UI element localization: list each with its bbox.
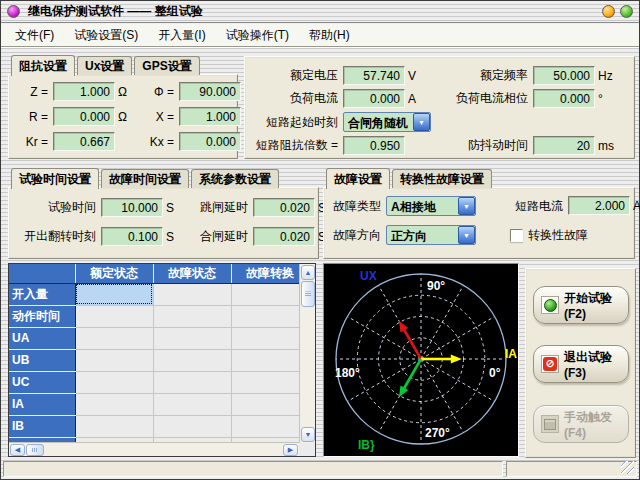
menu-item-binary-input[interactable]: 开入量(I)	[148, 25, 215, 46]
row-label-UA[interactable]: UA	[9, 327, 75, 349]
convertible-fault-checkbox[interactable]	[510, 229, 523, 242]
scroll-left-icon[interactable]: ◀	[10, 444, 25, 456]
tab-fault-settings[interactable]: 故障设置	[326, 168, 390, 189]
table-cell[interactable]	[231, 371, 299, 393]
horizontal-scroll-thumb[interactable]	[26, 444, 44, 456]
table-cell[interactable]	[75, 349, 153, 371]
r-label: R =	[17, 110, 53, 124]
chevron-down-icon[interactable]: ▼	[458, 197, 475, 215]
z-field[interactable]: 1.000	[53, 82, 115, 101]
anti-jitter-field[interactable]: 20	[533, 136, 595, 155]
table-cell[interactable]	[231, 393, 299, 415]
table-cell[interactable]	[153, 415, 231, 437]
short-circuit-start-dropdown[interactable]: 合闸角随机 ▼	[343, 112, 431, 132]
menu-item-file[interactable]: 文件(F)	[5, 25, 64, 46]
menu-item-test-settings[interactable]: 试验设置(S)	[64, 25, 148, 46]
table-row: IB	[9, 415, 299, 437]
load-current-unit: A	[405, 92, 435, 106]
impedance-panel: 阻抗设置 Ux设置 GPS设置 Z = 1.000 Ω Φ = 90.000 °…	[8, 54, 238, 159]
table-cell[interactable]	[231, 349, 299, 371]
menu-item-test-operation[interactable]: 试验操作(T)	[216, 25, 299, 46]
r-field[interactable]: 0.000	[53, 107, 115, 126]
short-circuit-current-field[interactable]: 2.000	[568, 196, 630, 215]
resize-grip[interactable]	[621, 461, 634, 474]
kx-field[interactable]: 0.000	[179, 132, 241, 151]
table-cell[interactable]	[153, 371, 231, 393]
fault-type-dropdown[interactable]: A相接地 ▼	[386, 196, 476, 216]
tab-ux-settings[interactable]: Ux设置	[77, 56, 132, 75]
test-time-label: 试验时间	[13, 199, 101, 216]
menu-item-help[interactable]: 帮助(H)	[299, 25, 360, 46]
vertical-scroll-thumb[interactable]	[301, 281, 315, 307]
rated-voltage-field[interactable]: 57.740	[343, 66, 405, 85]
tab-convertible-fault-settings[interactable]: 转换性故障设置	[392, 169, 492, 188]
output-flip-field[interactable]: 0.100	[101, 227, 163, 246]
table-cell[interactable]	[153, 283, 231, 305]
chevron-down-icon[interactable]: ▼	[458, 226, 475, 244]
load-current-phase-field[interactable]: 0.000	[533, 89, 595, 108]
close-delay-field[interactable]: 0.020	[253, 227, 315, 246]
table-cell[interactable]	[75, 415, 153, 437]
close-button[interactable]	[620, 5, 633, 18]
table-header-row: 额定状态 故障状态 故障转换	[9, 264, 299, 283]
tab-gps-settings[interactable]: GPS设置	[134, 56, 199, 75]
kr-field[interactable]: 0.667	[53, 132, 115, 151]
row-label-IA[interactable]: IA	[9, 393, 75, 415]
column-header-fault-transfer[interactable]: 故障转换	[231, 264, 299, 283]
fault-content: 故障类型 A相接地 ▼ 短路电流 2.000 A 故障方向 正方向 ▼	[323, 187, 635, 259]
time-content: 试验时间 10.000 S 跳闸延时 0.020 S 开出翻转时刻 0.100 …	[8, 187, 319, 259]
table-row: UC	[9, 371, 299, 393]
table-cell[interactable]	[231, 283, 299, 305]
anti-jitter-unit: ms	[595, 139, 621, 153]
table-cell[interactable]	[153, 393, 231, 415]
table-vertical-scrollbar[interactable]: ▲ ▼	[299, 264, 315, 443]
minimize-button[interactable]	[602, 5, 615, 18]
rated-frequency-field[interactable]: 50.000	[533, 66, 595, 85]
x-field[interactable]: 1.000	[179, 107, 241, 126]
row-label-开入量[interactable]: 开入量	[9, 283, 75, 305]
trip-delay-field[interactable]: 0.020	[253, 198, 315, 217]
rated-voltage-label: 额定电压	[251, 67, 343, 84]
start-icon	[541, 296, 559, 314]
tab-impedance-settings[interactable]: 阻抗设置	[11, 55, 75, 76]
tab-test-time-settings[interactable]: 试验时间设置	[11, 168, 99, 189]
scroll-right-icon[interactable]: ▶	[283, 444, 298, 456]
tab-system-param-settings[interactable]: 系统参数设置	[191, 169, 279, 188]
table-cell[interactable]	[231, 415, 299, 437]
status-section-left	[3, 461, 503, 477]
row-label-IB[interactable]: IB	[9, 415, 75, 437]
column-header-rated-state[interactable]: 额定状态	[75, 264, 153, 283]
table-cell[interactable]	[75, 327, 153, 349]
z-label: Z =	[17, 85, 53, 99]
phi-field[interactable]: 90.000	[179, 82, 241, 101]
table-cell[interactable]	[75, 393, 153, 415]
table-cell[interactable]	[153, 327, 231, 349]
test-time-unit: S	[163, 201, 181, 215]
fault-direction-dropdown[interactable]: 正方向 ▼	[386, 225, 476, 245]
short-circuit-current-unit: A	[630, 199, 640, 213]
table-cell[interactable]	[75, 283, 153, 305]
rated-frequency-label: 额定频率	[435, 67, 533, 84]
exit-test-button[interactable]: ⊘ 退出试验(F3)	[533, 345, 629, 383]
start-test-button[interactable]: 开始试验(F2)	[533, 286, 629, 324]
table-cell[interactable]	[231, 327, 299, 349]
table-cell[interactable]	[153, 305, 231, 327]
table-cell[interactable]	[231, 305, 299, 327]
row-label-动作时间[interactable]: 动作时间	[9, 305, 75, 327]
load-current-field[interactable]: 0.000	[343, 89, 405, 108]
table-cell[interactable]	[75, 371, 153, 393]
manual-trigger-label: 手动触发(F4)	[564, 409, 628, 440]
test-time-field[interactable]: 10.000	[101, 198, 163, 217]
scroll-down-icon[interactable]: ▼	[301, 427, 315, 442]
table-horizontal-scrollbar[interactable]: ◀ ▶	[9, 442, 299, 456]
row-label-UB[interactable]: UB	[9, 349, 75, 371]
chevron-down-icon[interactable]: ▼	[413, 113, 430, 131]
tab-fault-time-settings[interactable]: 故障时间设置	[101, 169, 189, 188]
column-header-fault-state[interactable]: 故障状态	[153, 264, 231, 283]
table-cell[interactable]	[75, 305, 153, 327]
scroll-up-icon[interactable]: ▲	[301, 265, 315, 280]
impedance-multiplier-field[interactable]: 0.950	[343, 136, 405, 155]
table-cell[interactable]	[153, 349, 231, 371]
kr-label: Kr =	[17, 135, 53, 149]
row-label-UC[interactable]: UC	[9, 371, 75, 393]
